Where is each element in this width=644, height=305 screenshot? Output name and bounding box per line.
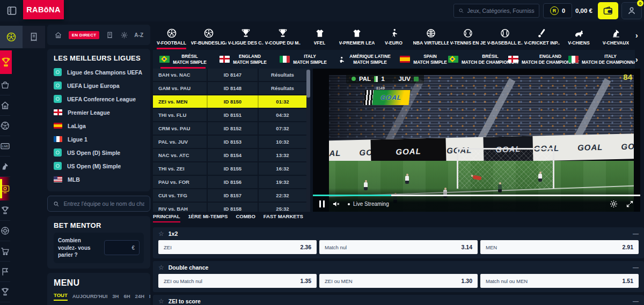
sidebar-toggle-icon[interactable] (6, 5, 17, 16)
gear-icon[interactable] (120, 31, 128, 39)
pause-button[interactable] (319, 200, 325, 207)
mute-icon[interactable] (332, 200, 341, 208)
star-icon[interactable]: ☆ (158, 297, 164, 305)
sports-tab[interactable]: V-BASEBALL E... (486, 28, 523, 49)
star-icon[interactable]: ☆ (158, 230, 164, 237)
wallet-button[interactable] (598, 2, 618, 19)
rail-item-home[interactable] (0, 95, 10, 116)
league-item[interactable]: LaLiga (54, 119, 144, 132)
match-time[interactable]: 25:32 (258, 203, 306, 212)
league-tab[interactable]: ITALYMATCH DE CHAMPIONNAT (574, 50, 634, 69)
match-time[interactable]: 13:32 (258, 149, 306, 161)
search-input[interactable] (467, 8, 535, 14)
rail-item-sports[interactable]: ⌄ (0, 116, 10, 136)
match-time[interactable]: 19:32 (258, 176, 306, 188)
menu-filter-tab[interactable]: AUJOURD'HUI (72, 293, 108, 299)
rail-item-cart[interactable] (0, 241, 10, 262)
video-progress-bar[interactable] (313, 195, 640, 196)
profile-button[interactable]: 0 (621, 2, 642, 19)
league-item[interactable]: UEFA Ligue Europa (54, 79, 144, 92)
global-search[interactable] (453, 4, 539, 18)
league-tab[interactable]: ENGLANDMATCH DE CHAMPIONNAT (514, 50, 574, 69)
match-row[interactable]: PAL vs. JUVID 815310:32 (153, 136, 310, 148)
league-tab[interactable]: SPAINMATCH SIMPLE (393, 50, 453, 69)
match-row[interactable]: THI vs. ZEIID 815516:32 (153, 162, 310, 175)
live-badge[interactable]: EN DIRECT (69, 31, 100, 39)
match-time[interactable]: Résultats (258, 82, 306, 94)
collapse-icon[interactable]: — (633, 264, 639, 271)
betslip-icon[interactable] (106, 31, 114, 39)
menu-filter-tab[interactable]: 24H (135, 293, 144, 299)
league-tab[interactable]: ITALYMATCH SIMPLE (273, 50, 333, 69)
odds-button[interactable]: MEN2.91 (480, 240, 639, 254)
menu-filter-tab[interactable]: 6H (123, 293, 130, 299)
star-icon[interactable]: ☆ (158, 264, 164, 271)
match-row[interactable]: PAU vs. FORID 815619:32 (153, 176, 310, 188)
table-scrollbar[interactable] (306, 69, 310, 212)
rail-item-live[interactable]: LIVE (0, 136, 10, 157)
league-tab[interactable]: BRÉSILMATCH DE CHAMPIONNAT (453, 50, 514, 69)
bet-amount-input[interactable] (109, 244, 131, 251)
league-item[interactable]: Premier League (54, 106, 144, 119)
match-row[interactable]: GAM vs. PAUID 8148Résultats (153, 82, 310, 94)
sports-tab[interactable]: V-CRICKET INP... (523, 28, 560, 49)
league-item[interactable]: UEFA Conference League (54, 92, 144, 106)
league-item[interactable]: Ligue 1 (54, 132, 144, 146)
sports-tab[interactable]: V-PREMIER LEA... (338, 28, 375, 49)
match-time[interactable]: Résultats (258, 69, 306, 81)
collapse-icon[interactable]: — (633, 230, 639, 237)
rail-item-games[interactable] (0, 302, 10, 305)
match-row[interactable]: CUI vs. TFGID 815722:32 (153, 189, 310, 202)
market-tab[interactable]: COMBO (236, 213, 255, 221)
odds-button[interactable]: ZEI2.36 (158, 240, 317, 254)
league-tab[interactable]: ENGLANDMATCH SIMPLE (213, 50, 273, 69)
promotions-button[interactable] (0, 50, 12, 74)
league-tab[interactable]: AMÉRIQUE LATINEMATCH SIMPLE (333, 50, 393, 69)
rail-item-trophy[interactable] (0, 200, 10, 221)
match-row[interactable]: NAC vs. ATCID 815413:32 (153, 149, 310, 161)
odds-button[interactable]: Match nul3.14 (319, 240, 478, 254)
market-tab[interactable]: PRINCIPAL (153, 213, 180, 222)
sports-tab[interactable]: VFEL (301, 28, 338, 49)
sports-tab[interactable]: NBA VIRTUELLE (412, 28, 449, 49)
team-search-input[interactable] (64, 200, 144, 207)
match-row[interactable]: BAH vs. NACID 8147Résultats (153, 69, 310, 81)
menu-filter-tab[interactable]: TOUT (54, 292, 68, 301)
league-tabs-next-icon[interactable]: › (635, 55, 644, 64)
match-time[interactable]: 01:32 (258, 95, 306, 108)
team-search[interactable] (47, 196, 150, 212)
home-icon[interactable] (54, 31, 62, 39)
match-row[interactable]: CRM vs. PAUID 815207:32 (153, 122, 310, 135)
league-item[interactable]: US Open (D) Simple (54, 146, 144, 159)
market-tab[interactable]: 1ÈRE MI-TEMPS (188, 213, 228, 221)
match-row[interactable]: RIV vs. BAHID 815825:32 (153, 203, 310, 212)
rabona-logo[interactable]: RABōNA (23, 0, 64, 19)
rail-item-shop[interactable] (0, 75, 10, 95)
match-time[interactable]: 07:32 (258, 122, 306, 135)
fullscreen-icon[interactable] (626, 200, 634, 208)
match-row[interactable]: THI vs. FLUID 815104:32 (153, 109, 310, 121)
sports-tab[interactable]: VF-BUNDESLIGA (190, 28, 227, 49)
match-time[interactable]: 16:32 (258, 162, 306, 175)
sports-tab[interactable]: V-CHEVAUX (597, 28, 634, 49)
sports-tab[interactable]: V-EURO (375, 28, 412, 49)
league-tab[interactable]: AMATI (634, 50, 635, 69)
sports-tab[interactable]: V-COUPE DU M... (264, 28, 301, 49)
loyalty-coin-box[interactable]: R 0 (543, 3, 572, 18)
sports-tabs-next-icon[interactable]: › (635, 31, 644, 40)
rail-item-racing[interactable] (0, 157, 10, 177)
sports-tab[interactable]: V-CHIENS (560, 28, 597, 49)
odds-button[interactable]: ZEI ou Match nul1.35 (158, 274, 317, 288)
video-settings-icon[interactable] (609, 199, 618, 209)
league-item[interactable]: MLB (54, 173, 144, 186)
match-time[interactable]: 10:32 (258, 136, 306, 148)
bet-amount-field[interactable]: € (104, 240, 140, 255)
collapse-icon[interactable]: — (633, 298, 639, 304)
video-player[interactable]: GOALGOALGOALGOALGOALGOALGOALGOALGOALGOAL… (313, 69, 640, 212)
odds-button[interactable]: Match nul ou MEN1.51 (480, 274, 639, 288)
match-row[interactable]: ZEI vs. MENID 815001:32 (153, 95, 310, 108)
league-item[interactable]: Ligue des Champions UEFA (54, 65, 144, 79)
sports-tab[interactable]: V-FOOTBALL (153, 28, 190, 49)
az-sort-button[interactable]: A-Z (134, 32, 143, 38)
sports-tab[interactable]: V-TENNIS EN JEU (449, 28, 486, 49)
